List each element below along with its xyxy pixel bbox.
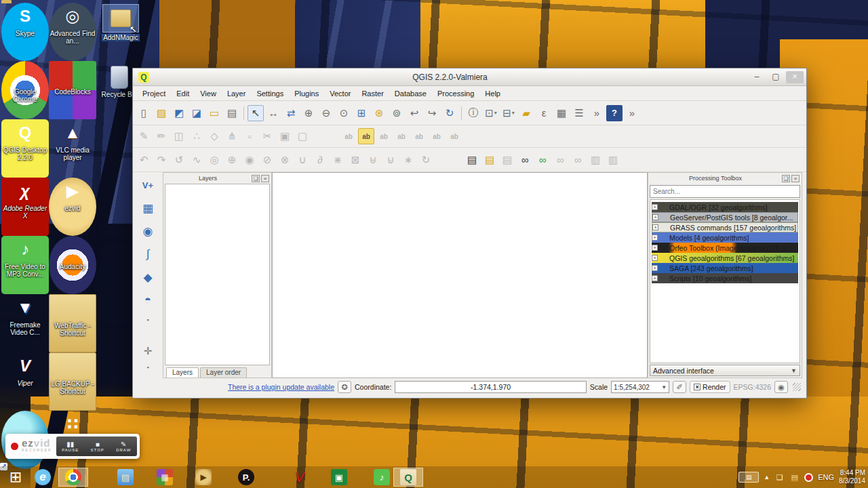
menu-edit[interactable]: Edit <box>171 88 195 99</box>
coordinate-input[interactable] <box>395 381 587 393</box>
add-raster-layer-icon[interactable]: ▦ <box>139 199 157 217</box>
desktop-icon-image[interactable] <box>14 63 37 86</box>
close-button[interactable]: × <box>786 71 804 83</box>
recycle-bin-icon[interactable] <box>111 66 128 89</box>
group-models[interactable]: Models [4 geoalgorithms] <box>652 232 798 243</box>
menu-view[interactable]: View <box>195 88 222 99</box>
redo-icon[interactable]: ↷ <box>153 152 170 168</box>
desktop-icon-image[interactable]: ▶ <box>61 180 84 203</box>
rotate-point-symbols-icon[interactable]: ∗ <box>400 152 416 168</box>
label-tool-icon-5[interactable]: ab <box>411 128 427 144</box>
expand-icon[interactable] <box>652 245 658 251</box>
delete-selected-icon[interactable]: ▫ <box>241 128 258 144</box>
new-bookmark-icon[interactable]: ▰ <box>518 105 534 121</box>
add-mssql-layer-icon[interactable]: ◆ <box>139 268 157 286</box>
add-vector-layer-icon[interactable]: V+ <box>139 176 157 194</box>
split-features-icon[interactable]: ⋇ <box>330 152 346 168</box>
expand-icon[interactable] <box>652 204 658 210</box>
search-tool-icon-6[interactable]: ▥ <box>605 152 621 168</box>
desktop-icon-chrome[interactable]: Google Chrome <box>1 61 49 119</box>
field-calculator-icon[interactable]: ☰ <box>571 105 587 121</box>
taskbar-mp3[interactable]: ♪ <box>370 468 393 487</box>
search-tool-icon-1[interactable]: ∞ <box>517 152 533 168</box>
menu-settings[interactable]: Settings <box>251 88 289 99</box>
group-saga[interactable]: SAGA [243 geoalgorithms] <box>652 263 798 273</box>
plugin-icon[interactable]: ✪ <box>338 381 351 393</box>
desktop-icon-skype[interactable]: S Skype <box>1 3 49 61</box>
tab-layer-order[interactable]: Layer order <box>200 367 247 378</box>
offset-curve-icon[interactable]: ∂ <box>312 152 328 168</box>
start-button[interactable]: ⊞ <box>4 468 27 487</box>
toolbar-overflow-icon[interactable]: » <box>589 105 605 121</box>
taskbar-qgis[interactable]: Q <box>393 468 423 487</box>
expand-icon[interactable] <box>652 275 658 281</box>
save-project-as-icon[interactable]: ◪ <box>189 105 205 121</box>
select-features-icon[interactable]: ⊡ <box>483 105 499 121</box>
menu-help[interactable]: Help <box>479 88 506 99</box>
new-shapefile-layer-icon[interactable]: ▪ <box>142 314 153 325</box>
group-gdal-ogr[interactable]: GDAL/OGR [32 geoalgorithms] <box>652 202 798 212</box>
desktop-icon-addnmagic[interactable]: ↖ AddNMagic <box>97 3 144 41</box>
label-tool-icon-4[interactable]: ab <box>393 128 410 144</box>
close-panel-icon[interactable]: × <box>261 175 269 182</box>
tray-alert-icon[interactable] <box>804 473 813 482</box>
group-orfeo[interactable]: Orfeo Toolbox (Image analysis) [76 g... <box>652 243 798 253</box>
taskbar-p-app[interactable]: P. <box>235 468 258 487</box>
desktop-icon-image[interactable] <box>61 238 84 261</box>
merge-attributes-icon[interactable]: ⊍ <box>382 152 399 168</box>
delete-part-icon[interactable]: ⊗ <box>277 152 293 168</box>
label-tool-icon-2[interactable]: ab <box>358 128 374 144</box>
add-spatialite-layer-icon[interactable]: ∫ <box>139 245 157 263</box>
composer-tool-icon-3[interactable]: ▤ <box>499 152 515 168</box>
delete-ring-icon[interactable]: ⊘ <box>259 152 275 168</box>
current-edits-icon[interactable]: ✎ <box>136 128 152 144</box>
search-tool-icon-5[interactable]: ▥ <box>587 152 604 168</box>
composer-tool-icon-1[interactable]: ▤ <box>464 152 480 168</box>
desktop-icon-image[interactable] <box>61 355 84 378</box>
crosshair-tool-icon[interactable]: ✛ <box>142 346 153 357</box>
toggle-editing-icon[interactable]: ✏ <box>153 128 170 144</box>
desktop-icon-image[interactable]: ♪ <box>14 238 37 261</box>
magnifier-edit-icon[interactable]: ✐ <box>673 381 686 393</box>
undo-icon[interactable]: ↶ <box>136 152 152 168</box>
node-tool-icon[interactable]: ⋔ <box>224 128 240 144</box>
add-oracle-layer-icon[interactable]: ◓ <box>139 291 157 309</box>
toolbar-button[interactable] <box>312 128 339 144</box>
open-project-icon[interactable]: ▨ <box>153 105 170 121</box>
desktop-icon-image[interactable]: V <box>14 354 37 378</box>
simplify-feature-icon[interactable]: ∿ <box>189 152 205 168</box>
add-ring-icon[interactable]: ◎ <box>206 152 222 168</box>
fill-ring-icon[interactable]: ◉ <box>241 152 258 168</box>
scale-combo[interactable]: 1:5,254,302 ▼ <box>611 381 669 393</box>
zoom-full-icon[interactable]: ⊞ <box>353 105 370 121</box>
taskbar-photos[interactable]: ▦ <box>153 468 176 487</box>
desktop-icon-image[interactable]: ▲ <box>61 121 84 144</box>
paste-features-icon[interactable]: ▢ <box>294 128 311 144</box>
language-indicator[interactable]: ENG <box>818 473 834 481</box>
zoom-last-icon[interactable]: ↩ <box>406 105 422 121</box>
zoom-next-icon[interactable]: ↪ <box>424 105 440 121</box>
taskbar-explorer[interactable]: ▤ <box>114 468 137 487</box>
taskbar-ezvid[interactable]: ▶ <box>192 468 215 487</box>
label-tool-icon-1[interactable]: ab <box>340 128 357 144</box>
group-scripts[interactable]: Scripts [10 geoalgorithms] <box>652 273 798 283</box>
add-part-icon[interactable]: ⊕ <box>224 152 240 168</box>
desktop-icon-image[interactable]: S <box>14 5 37 28</box>
cut-features-icon[interactable]: ✂ <box>259 128 275 144</box>
desktop-icon-image[interactable]: Q <box>14 121 37 144</box>
pan-to-selection-icon[interactable]: ⇄ <box>283 105 299 121</box>
expand-icon[interactable] <box>652 255 658 261</box>
render-checkbox[interactable]: × <box>694 384 701 390</box>
expand-icon[interactable] <box>652 235 658 241</box>
tab-layers[interactable]: Layers <box>166 367 199 378</box>
crs-globe-icon[interactable]: ◉ <box>774 381 788 393</box>
taskbar-viper[interactable]: V <box>288 468 311 487</box>
add-postgis-layer-icon[interactable]: ◉ <box>139 222 157 240</box>
taskbar-store[interactable]: ▣ <box>328 468 351 487</box>
zoom-in-icon[interactable]: ⊕ <box>300 105 317 121</box>
desktop-icon-lg-backup[interactable]: LG BACKUP - Shortcut <box>49 352 96 411</box>
layers-list[interactable] <box>165 184 270 365</box>
composer-manager-icon[interactable]: ▤ <box>224 105 240 121</box>
desktop-icon-image[interactable]: χ <box>14 180 37 203</box>
deselect-features-icon[interactable]: ⊟ <box>500 105 517 121</box>
